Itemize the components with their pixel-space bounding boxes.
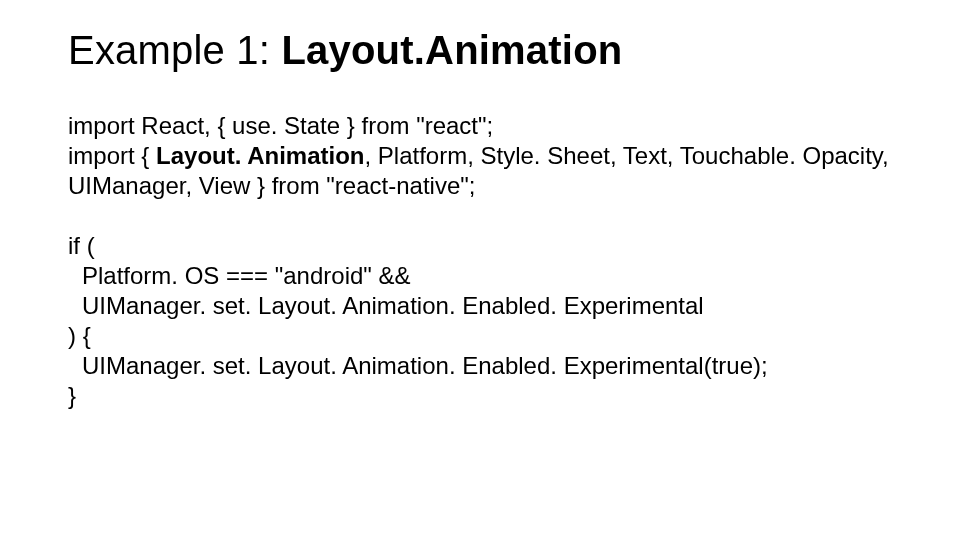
code-line-2: import { Layout. Animation, Platform, St… <box>68 141 900 201</box>
code-line-7: UIManager. set. Layout. Animation. Enabl… <box>68 351 900 381</box>
slide: Example 1: Layout.Animation import React… <box>0 0 960 540</box>
title-bold: Layout.Animation <box>281 28 622 72</box>
title-prefix: Example 1: <box>68 28 281 72</box>
code-line-2a: import { <box>68 142 156 169</box>
code-line-6: ) { <box>68 321 900 351</box>
code-line-3: if ( <box>68 231 900 261</box>
spacer <box>68 201 900 231</box>
code-line-1: import React, { use. State } from "react… <box>68 111 900 141</box>
code-line-5: UIManager. set. Layout. Animation. Enabl… <box>68 291 900 321</box>
code-line-2-bold: Layout. Animation <box>156 142 364 169</box>
code-line-8: } <box>68 381 900 411</box>
code-block: import React, { use. State } from "react… <box>68 111 900 411</box>
code-line-4: Platform. OS === "android" && <box>68 261 900 291</box>
slide-title: Example 1: Layout.Animation <box>68 28 900 73</box>
